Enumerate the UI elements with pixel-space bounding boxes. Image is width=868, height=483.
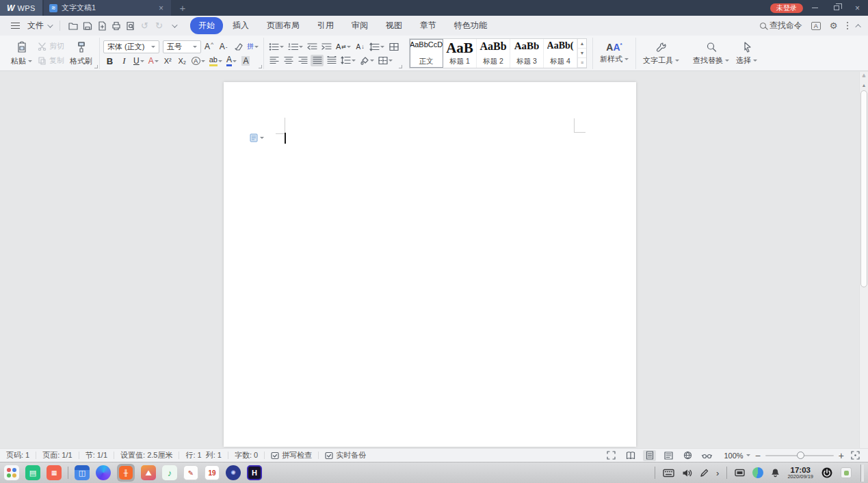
gallery-icon[interactable]: ⛰ — [141, 465, 156, 480]
paragraph-spacing-button[interactable] — [368, 41, 386, 53]
select-button[interactable]: 选择 — [733, 40, 761, 67]
status-word-count[interactable]: 字数: 0 — [235, 450, 258, 460]
copy-button[interactable]: 复制 — [36, 55, 66, 66]
safe-box-icon[interactable]: ◫ — [75, 465, 90, 480]
restore-button[interactable] — [827, 0, 845, 16]
distribute-button[interactable] — [325, 55, 338, 66]
highlight-color-button[interactable]: ab — [208, 55, 224, 67]
align-center-button[interactable] — [282, 55, 295, 66]
pinyin-guide-button[interactable]: 拼 — [246, 41, 260, 53]
calendar-icon[interactable]: 19 — [205, 465, 220, 480]
align-right-button[interactable] — [296, 55, 309, 66]
browser-icon[interactable] — [96, 465, 111, 480]
page-view-button[interactable] — [643, 450, 656, 461]
save-button[interactable] — [80, 18, 94, 33]
numbering-button[interactable] — [287, 41, 304, 53]
control-center-icon[interactable]: ✺ — [226, 465, 241, 480]
styles-scroll-down-icon[interactable]: ▼ — [578, 49, 586, 58]
pen-icon[interactable] — [700, 469, 709, 478]
book-view-button[interactable] — [624, 450, 637, 461]
outline-view-button[interactable] — [662, 450, 675, 461]
circle-character-button[interactable]: A — [190, 55, 207, 67]
wps-logo[interactable]: W WPS — [0, 0, 42, 16]
tab-home[interactable]: 开始 — [190, 17, 223, 34]
spellcheck-toggle[interactable]: 拼写检查 — [271, 450, 312, 460]
launcher-icon[interactable] — [4, 465, 19, 480]
print-button[interactable] — [109, 18, 123, 33]
increase-indent-button[interactable] — [320, 41, 333, 53]
web-view-button[interactable] — [681, 450, 694, 461]
subscript-button[interactable]: X₂ — [176, 55, 189, 67]
tab-view[interactable]: 视图 — [378, 17, 410, 34]
power-icon[interactable] — [821, 467, 833, 479]
open-button[interactable] — [66, 18, 80, 33]
minimize-button[interactable] — [806, 0, 824, 16]
notification-bell-icon[interactable] — [771, 468, 780, 478]
align-left-button[interactable] — [267, 55, 280, 66]
reading-layout-icon[interactable]: A — [811, 22, 821, 30]
underline-button[interactable]: U — [132, 55, 146, 67]
styles-scroll-up-icon[interactable]: ▲ — [578, 39, 586, 49]
zoom-level[interactable]: 100% — [724, 452, 750, 460]
file-menu-button[interactable]: 文件 — [7, 20, 54, 31]
dialog-launcher-icon[interactable] — [259, 65, 262, 68]
font-size-combo[interactable]: 五号 — [163, 40, 201, 53]
italic-button[interactable]: I — [118, 55, 131, 67]
increase-font-button[interactable]: A^ — [202, 41, 215, 53]
style-heading2[interactable]: AaBb 标题 2 — [477, 39, 510, 68]
tray-expand-icon[interactable]: › — [716, 468, 719, 478]
tab-review[interactable]: 审阅 — [343, 17, 376, 34]
style-heading4[interactable]: AaBb( 标题 4 — [544, 39, 577, 68]
keyboard-icon[interactable] — [663, 469, 674, 478]
close-button[interactable]: × — [848, 0, 867, 16]
bullets-button[interactable] — [267, 41, 285, 53]
character-scale-button[interactable]: A⇄ — [334, 41, 352, 53]
zoom-slider[interactable] — [765, 455, 834, 456]
tab-close-icon[interactable]: × — [157, 3, 166, 13]
bold-button[interactable]: B — [103, 55, 116, 67]
clear-format-button[interactable] — [231, 41, 244, 53]
paragraph-layout-button[interactable] — [250, 133, 264, 142]
customize-quickbar-button[interactable] — [166, 18, 181, 33]
fullscreen-view-button[interactable] — [605, 450, 618, 461]
active-app-highlight[interactable]: ╫ — [117, 464, 135, 482]
backup-toggle[interactable]: 实时备份 — [325, 450, 366, 460]
vertical-scrollbar[interactable]: ≜ ▲ — [859, 72, 868, 448]
file-manager-icon[interactable]: ▤ — [25, 465, 40, 480]
music-icon[interactable]: ♪ — [162, 465, 177, 480]
font-name-combo[interactable]: 宋体 (正文) — [103, 40, 159, 53]
recycle-bin-icon[interactable] — [841, 467, 852, 478]
network-icon[interactable] — [752, 467, 763, 478]
character-shading-button[interactable]: A — [239, 55, 252, 67]
superscript-button[interactable]: X² — [161, 55, 174, 67]
styles-more-icon[interactable]: ≡ — [578, 58, 586, 68]
tab-page-layout[interactable]: 页面布局 — [259, 17, 308, 34]
tab-section[interactable]: 章节 — [412, 17, 445, 34]
new-tab-button[interactable]: + — [171, 2, 194, 14]
zoom-out-button[interactable]: − — [755, 451, 761, 460]
font-color-button[interactable]: A — [225, 55, 238, 67]
sort-button[interactable]: A↓ — [354, 41, 367, 53]
screenshot-icon[interactable] — [735, 469, 745, 477]
collapse-ribbon-icon[interactable] — [855, 24, 860, 29]
decrease-indent-button[interactable] — [306, 41, 319, 53]
zoom-slider-thumb[interactable] — [797, 452, 804, 459]
format-painter-button[interactable]: 格式刷 — [66, 39, 96, 68]
text-effects-button[interactable]: A — [147, 55, 160, 67]
shading-button[interactable] — [358, 55, 376, 66]
more-options-icon[interactable] — [847, 22, 849, 24]
tab-insert[interactable]: 插入 — [224, 17, 257, 34]
justify-button[interactable] — [311, 55, 324, 66]
line-spacing-button[interactable] — [339, 55, 357, 66]
decrease-font-button[interactable]: Aˇ — [217, 41, 230, 53]
eye-protect-button[interactable] — [700, 450, 713, 461]
scroll-page-up-icon[interactable]: ≜ — [860, 72, 868, 81]
dialog-launcher-icon[interactable] — [94, 65, 98, 68]
undo-button[interactable]: ↺ — [137, 18, 152, 33]
document-tab[interactable]: ≋ 文字文稿1 × — [44, 0, 171, 16]
text-tool-button[interactable]: 文字工具 — [640, 40, 683, 67]
new-style-button[interactable]: AA* 新样式 — [596, 41, 632, 66]
show-desktop-button[interactable] — [860, 465, 864, 482]
text-editor-icon[interactable]: ✎ — [183, 465, 198, 480]
zoom-in-button[interactable]: + — [839, 451, 844, 460]
